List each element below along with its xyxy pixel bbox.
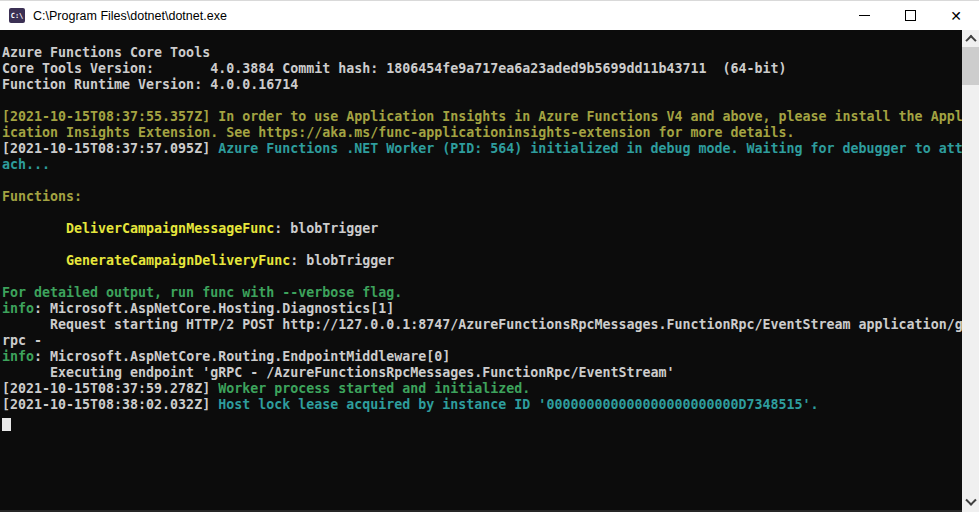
terminal-line: info: Microsoft.AspNetCore.Hosting.Diagn…	[2, 301, 963, 317]
scroll-up-button[interactable]	[962, 30, 979, 47]
terminal-line	[2, 93, 963, 109]
close-button[interactable]: ✕	[933, 1, 979, 30]
terminal-line: Executing endpoint 'gRPC - /AzureFunctio…	[2, 365, 963, 381]
minimize-icon	[859, 15, 870, 16]
terminal-line: ach...	[2, 157, 963, 173]
scroll-down-button[interactable]	[962, 494, 979, 511]
terminal-output: Azure Functions Core ToolsCore Tools Ver…	[2, 45, 963, 413]
terminal-cursor	[2, 418, 11, 431]
terminal-line: [2021-10-15T08:38:02.032Z] Host lock lea…	[2, 397, 963, 413]
terminal-viewport[interactable]: Azure Functions Core ToolsCore Tools Ver…	[0, 30, 962, 512]
chevron-up-icon	[965, 34, 976, 45]
window-controls: ✕	[841, 1, 979, 30]
terminal-line: ication Insights Extension. See https://…	[2, 125, 963, 141]
minimize-button[interactable]	[841, 1, 887, 30]
terminal-line: GenerateCampaignDeliveryFunc: blobTrigge…	[2, 253, 963, 269]
terminal-line	[2, 173, 963, 189]
close-icon: ✕	[950, 9, 962, 23]
terminal-line: For detailed output, run func with --ver…	[2, 285, 963, 301]
terminal-line: [2021-10-15T08:37:55.357Z] In order to u…	[2, 109, 963, 125]
terminal-line: Functions:	[2, 189, 963, 205]
console-window: C:\ C:\Program Files\dotnet\dotnet.exe ✕…	[0, 0, 979, 512]
chevron-down-icon	[965, 494, 976, 505]
cmd-icon[interactable]: C:\	[9, 8, 25, 23]
maximize-button[interactable]	[887, 1, 933, 30]
terminal-line: info: Microsoft.AspNetCore.Routing.Endpo…	[2, 349, 963, 365]
window-title: C:\Program Files\dotnet\dotnet.exe	[33, 9, 227, 23]
maximize-icon	[905, 10, 916, 21]
terminal-line: Azure Functions Core Tools	[2, 45, 963, 61]
title-bar[interactable]: C:\ C:\Program Files\dotnet\dotnet.exe ✕	[0, 0, 979, 30]
terminal-line: Function Runtime Version: 4.0.0.16714	[2, 77, 963, 93]
terminal-line	[2, 269, 963, 285]
scrollbar-thumb[interactable]	[962, 47, 979, 85]
terminal-line: rpc -	[2, 333, 963, 349]
terminal-line	[2, 237, 963, 253]
terminal-line: [2021-10-15T08:37:59.278Z] Worker proces…	[2, 381, 963, 397]
vertical-scrollbar[interactable]	[962, 30, 979, 512]
terminal-line: [2021-10-15T08:37:57.095Z] Azure Functio…	[2, 141, 963, 157]
terminal-line: DeliverCampaignMessageFunc: blobTrigger	[2, 221, 963, 237]
terminal-line	[2, 205, 963, 221]
terminal-line: Core Tools Version: 4.0.3884 Commit hash…	[2, 61, 963, 77]
terminal-line: Request starting HTTP/2 POST http://127.…	[2, 317, 963, 333]
